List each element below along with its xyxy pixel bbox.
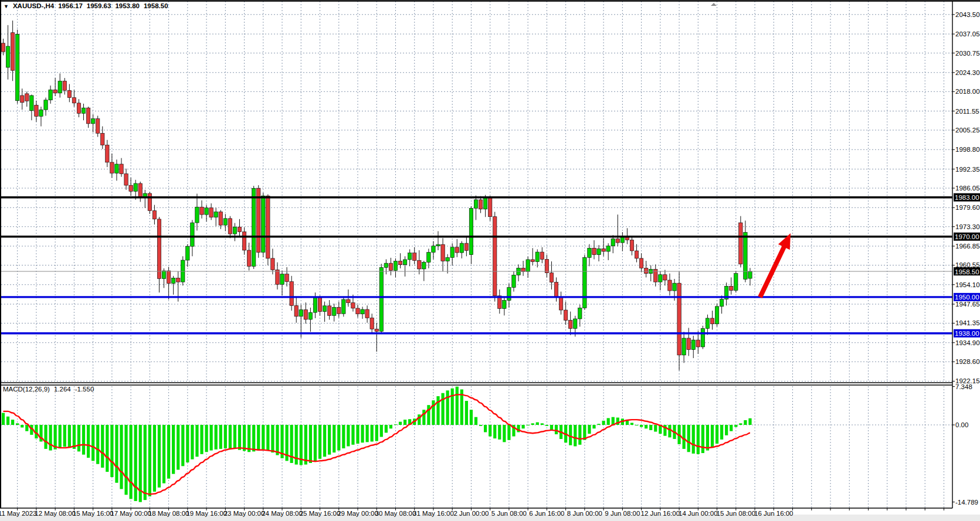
macd-histogram-bar [555, 425, 558, 434]
price-tick-label: 1986.05 [955, 185, 980, 192]
macd-histogram-bar [243, 425, 246, 451]
bull-candle [171, 278, 175, 283]
macd-histogram-bar [337, 425, 340, 451]
price-tick-label: 1928.60 [955, 358, 980, 365]
macd-histogram-bar [224, 425, 227, 448]
macd-histogram-bar [186, 425, 189, 462]
bull-candle [403, 260, 406, 265]
bear-candle [276, 270, 279, 284]
plot-background [0, 0, 952, 515]
bull-candle [715, 307, 718, 324]
bull-candle [223, 219, 227, 225]
bear-candle [152, 210, 156, 219]
macd-histogram-bar [527, 425, 530, 425]
bear-candle [668, 280, 672, 291]
macd-histogram-bar [177, 425, 179, 470]
macd-histogram-bar [578, 425, 581, 445]
bull-candle [191, 223, 194, 246]
macd-histogram-bar [271, 425, 274, 452]
bull-candle [474, 200, 477, 208]
macd-histogram-bar [6, 417, 9, 425]
macd-signal-value: -1.550 [75, 386, 94, 393]
bear-candle [148, 193, 151, 210]
bull-candle [744, 233, 747, 280]
macd-histogram-bar [427, 405, 430, 425]
bull-candle [535, 252, 539, 261]
bear-candle [124, 174, 128, 186]
price-tick-label: 2030.75 [955, 50, 980, 57]
macd-histogram-bar [654, 425, 657, 432]
macd-histogram-bar [725, 425, 728, 435]
bear-candle [72, 98, 76, 103]
bear-candle [228, 219, 232, 234]
bear-candle [554, 282, 558, 297]
price-tick-label: 2043.50 [955, 11, 980, 18]
macd-histogram-bar [333, 425, 335, 452]
macd-histogram-bar [77, 425, 80, 451]
macd-histogram-bar [144, 425, 147, 500]
bear-candle [157, 219, 161, 279]
date-label: 17 May 00:00 [110, 510, 151, 517]
macd-histogram-bar [229, 425, 232, 448]
bull-candle [422, 263, 426, 269]
macd-histogram-bar [574, 425, 577, 446]
bear-candle [739, 223, 742, 264]
macd-histogram-bar [314, 425, 317, 461]
macd-name: MACD(12,26,9) [3, 386, 50, 393]
macd-histogram-bar [124, 425, 127, 495]
chart-canvas[interactable]: 2043.502037.052030.752024.302018.002011.… [0, 0, 980, 521]
price-tick-label: 2018.00 [955, 88, 980, 95]
macd-histogram-bar [630, 423, 633, 425]
bear-candle [337, 307, 341, 314]
bull-candle [436, 244, 440, 246]
bull-candle [578, 308, 582, 319]
macd-histogram-bar [87, 425, 90, 458]
macd-histogram-bar [550, 425, 553, 430]
bear-candle [271, 258, 274, 270]
macd-histogram-bar [49, 425, 52, 451]
date-label: 19 May 16:00 [186, 510, 227, 517]
bull-candle [588, 248, 591, 257]
price-tick-label: 1973.30 [955, 223, 980, 230]
macd-histogram-bar [399, 422, 402, 425]
symbol-timeframe-label: XAUUSD-,H4 [13, 2, 54, 9]
macd-histogram-bar [342, 425, 345, 448]
macd-histogram-bar [110, 425, 113, 477]
macd-histogram-bar [257, 425, 260, 451]
macd-histogram-bar [484, 425, 487, 432]
bull-candle [39, 110, 43, 116]
macd-histogram-bar [11, 420, 14, 425]
bear-candle [531, 260, 534, 262]
bear-candle [290, 282, 293, 306]
macd-histogram-bar [493, 425, 496, 438]
bear-candle [455, 247, 459, 253]
bull-candle [195, 207, 199, 223]
price-badge-label: 1970.00 [955, 233, 979, 240]
macd-histogram-bar [436, 396, 439, 425]
date-label: 12 May 08:00 [35, 510, 76, 517]
macd-histogram-bar [489, 425, 491, 437]
bull-candle [701, 328, 704, 346]
price-badge-label: 1950.00 [955, 294, 979, 301]
macd-histogram-bar [649, 425, 652, 430]
collapse-triangle-icon[interactable]: ▼ [4, 4, 9, 9]
bull-candle [446, 257, 449, 261]
bear-candle [67, 90, 71, 97]
bear-candle [696, 340, 700, 347]
macd-histogram-bar [233, 425, 236, 449]
macd-histogram-bar [347, 425, 350, 446]
macd-histogram-bar [602, 421, 605, 425]
bear-candle [602, 248, 605, 251]
macd-histogram-bar [82, 425, 85, 455]
bear-candle [96, 119, 100, 134]
macd-histogram-bar [730, 425, 733, 431]
bear-candle [11, 33, 14, 70]
bear-candle [630, 240, 633, 251]
bull-candle [427, 253, 430, 263]
macd-histogram-bar [276, 425, 279, 455]
macd-histogram-bar [366, 425, 369, 442]
macd-histogram-bar [715, 425, 718, 444]
bear-candle [616, 239, 619, 243]
macd-histogram-bar [356, 425, 359, 444]
macd-histogram-bar [432, 400, 435, 425]
